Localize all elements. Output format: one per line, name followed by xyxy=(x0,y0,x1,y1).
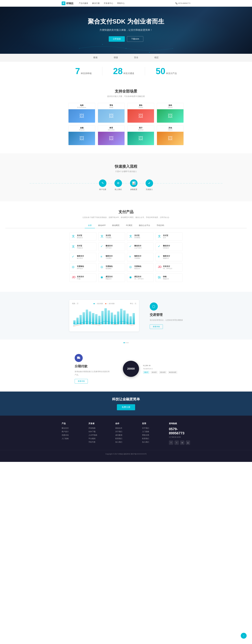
scenario-card-0[interactable]: 电商 E-Commerce 🖼 xyxy=(68,103,95,123)
scenario-card-2[interactable]: 票务 Tickets 🖼 xyxy=(127,103,154,123)
products-tab-0[interactable]: 全部 xyxy=(85,223,95,228)
scenario-card-4[interactable]: 金融 Finance 🖼 xyxy=(68,126,95,145)
scenario-card-7[interactable]: 其他 Others 🖼 xyxy=(157,126,184,145)
scenario-card-5[interactable]: 教育 Education 🖼 xyxy=(98,126,125,145)
process-label-2: 参数配置 xyxy=(130,188,137,191)
footer-link-1-2[interactable]: 入APP指南 xyxy=(88,434,110,436)
footer-link-3-1[interactable]: 入门指南 xyxy=(142,430,164,433)
nav-item-products[interactable]: 产品与服务 xyxy=(79,2,88,4)
product-card-12[interactable]: ◎ 百度钱包 APP支付 xyxy=(70,263,96,272)
bar-16 xyxy=(123,310,125,324)
product-card-7[interactable]: ✓ 微信支付 扫码支付 xyxy=(156,242,182,251)
footer-col-links-3: 关于我们入门指南帮助文档联系我们加入我们 xyxy=(142,427,164,443)
footer-link-0-3[interactable]: 入门指南 xyxy=(62,438,83,440)
social-icon-2[interactable]: w xyxy=(180,440,184,445)
product-card-13[interactable]: ◎ 百度钱包 移动网页 xyxy=(98,263,125,272)
footer-link-2-2[interactable]: 成功案例 xyxy=(115,434,137,436)
stat-terminals: 7 种支持终端 xyxy=(64,67,102,76)
footer-link-1-0[interactable]: 开发指南 xyxy=(88,427,110,430)
product-icon-8: ✓ xyxy=(72,255,76,258)
footer-link-1-4[interactable]: 手机号查 xyxy=(88,441,110,443)
products-tab-5[interactable]: 手机扫码 xyxy=(153,223,167,228)
footer-link-3-4[interactable]: 加入我们 xyxy=(142,441,164,443)
scenario-title-7: 其他 xyxy=(158,127,182,129)
footer-link-3-0[interactable]: 关于我们 xyxy=(142,427,164,430)
installment-option-2[interactable]: 215.0/月 xyxy=(159,371,167,374)
product-card-11[interactable]: ≡ 银联支付 网服支付 xyxy=(156,253,182,261)
footer-link-3-2[interactable]: 帮助文档 xyxy=(142,434,164,436)
product-card-4[interactable]: 支 支付宝 声波支付 xyxy=(70,242,96,251)
scenario-card-3[interactable]: 游戏 Games 🖼 xyxy=(157,103,184,123)
product-card-15[interactable]: JD 京东支付 H5、APP支付 xyxy=(156,263,182,272)
product-card-1[interactable]: 支 支付宝 手机网站 xyxy=(98,232,125,241)
product-info-15: 京东支付 H5、APP支付 xyxy=(163,265,172,270)
process-subtitle: 只需4个步骤即可成功接入 xyxy=(5,170,247,173)
footer-link-2-4[interactable]: 加入我们 xyxy=(115,441,137,443)
chart-area: 笔数：万 --- 成交笔数 --- 成功笔数 单位：元 xyxy=(69,300,139,332)
scenario-image-5: 🖼 xyxy=(98,132,124,145)
cta-register-button[interactable]: 免费注册 xyxy=(117,404,135,410)
product-card-8[interactable]: ✓ 银联支付 刷卡支付 xyxy=(70,253,96,261)
products-tab-1[interactable]: 移动APP xyxy=(95,223,109,228)
product-card-3[interactable]: 支 支付宝 支付 xyxy=(156,232,182,241)
dot-1[interactable] xyxy=(123,342,125,343)
product-info-12: 百度钱包 APP支付 xyxy=(77,265,84,270)
product-card-19[interactable]: 快 快钱 网服支付 xyxy=(156,274,182,282)
product-card-0[interactable]: 支 支付宝 移动支付 xyxy=(70,232,96,241)
process-step-2: 📊 参数配置 xyxy=(130,180,138,191)
product-icon-17: ◉ xyxy=(100,276,104,279)
nav-item-dev[interactable]: 开发者中心 xyxy=(104,2,113,4)
sdk-download-button[interactable]: 下载SDK xyxy=(127,36,144,42)
installment-option-3[interactable]: ¥4,515.8月 xyxy=(168,371,177,374)
nav-item-help[interactable]: 帮助中心 xyxy=(117,2,125,4)
product-desc-8: 刷卡支付 xyxy=(77,257,84,259)
footer-link-2-3[interactable]: 联系我们 xyxy=(115,438,137,440)
scenario-card-1[interactable]: 零售 Retail 🖼 xyxy=(98,103,125,123)
transaction-section: 笔数：万 --- 成交笔数 --- 成功笔数 单位：元 ⬡ 交易管理 强大的后管… xyxy=(0,292,252,340)
transaction-more-button[interactable]: 查看详情 xyxy=(150,324,163,329)
footer-link-0-2[interactable]: 优惠活动 xyxy=(62,434,83,436)
product-card-5[interactable]: ✓ 微信支付 APP支付 xyxy=(98,242,125,251)
products-tab-2[interactable]: 移动网页 xyxy=(109,223,123,228)
product-icon-0: 支 xyxy=(72,234,76,238)
footer-link-0-0[interactable]: 聚合支付 xyxy=(62,427,83,430)
product-info-6: 微信支付 公众号支付 xyxy=(134,244,142,249)
product-card-10[interactable]: ≡ 银联支付 手机网站 xyxy=(127,253,154,261)
product-name-11: 银联支付 xyxy=(163,255,170,257)
installment-more-button[interactable]: 查看详情 xyxy=(75,379,88,384)
dot-2[interactable] xyxy=(125,342,127,343)
products-tab-3[interactable]: PC网页 xyxy=(123,223,136,228)
product-name-13: 百度钱包 xyxy=(106,265,112,268)
footer-link-3-3[interactable]: 联系我们 xyxy=(142,438,164,440)
product-card-18[interactable]: ◉ 易宝支付 H5、APP支付 xyxy=(127,274,154,282)
footer-link-1-1[interactable]: SDK下载 xyxy=(88,430,110,433)
scenario-image-2: 🖼 xyxy=(128,109,154,122)
dot-3[interactable] xyxy=(127,342,129,343)
footer-link-2-0[interactable]: 渠道合作 xyxy=(115,427,137,430)
footer-link-1-3[interactable]: 平台规则 xyxy=(88,438,110,440)
footer-link-0-1[interactable]: 商户设计 xyxy=(62,430,83,433)
product-info-5: 微信支付 APP支付 xyxy=(106,244,112,249)
product-card-16[interactable]: JD 京东支付 PC版 xyxy=(70,274,96,282)
social-icon-3[interactable]: g xyxy=(186,440,190,445)
product-info-3: 支付宝 支付 xyxy=(163,234,168,239)
social-icon-0[interactable]: f xyxy=(169,440,173,445)
product-card-14[interactable]: ◎ 百度钱包 钱包支付 xyxy=(127,263,154,272)
logo[interactable]: 村 村钱拉 xyxy=(62,2,73,5)
installment-option-0[interactable]: 3期/月 xyxy=(143,371,149,374)
footer-col-title-1: 开发者 xyxy=(88,422,110,425)
scenario-card-6[interactable]: 医疗 Medical 🖼 xyxy=(127,126,154,145)
products-section: 支付产品 让您在各个场景下轻松实现收款，适量手机APP、移动网页PC网页、微信公… xyxy=(0,202,252,292)
footer-link-2-1[interactable]: 关于我们 xyxy=(115,430,137,433)
scenarios-title: 支持全部场景 xyxy=(5,89,247,94)
product-card-6[interactable]: ✓ 微信支付 公众号支付 xyxy=(127,242,154,251)
product-card-17[interactable]: ◉ 易宝支付 网服支付 xyxy=(98,274,125,282)
social-icon-1[interactable]: t xyxy=(175,440,179,445)
products-tab-4[interactable]: 微信公众平台 xyxy=(136,223,153,228)
register-button[interactable]: 立即接接 xyxy=(109,36,125,42)
product-card-9[interactable]: ≡ 银联支付 手机网站 xyxy=(98,253,125,261)
product-card-2[interactable]: 支 支付宝 扫码网页 xyxy=(127,232,154,241)
product-info-4: 支付宝 声波支付 xyxy=(77,244,83,249)
nav-item-solutions[interactable]: 解决方案 xyxy=(92,2,100,4)
installment-option-1[interactable]: 43.0/月 xyxy=(151,371,158,374)
